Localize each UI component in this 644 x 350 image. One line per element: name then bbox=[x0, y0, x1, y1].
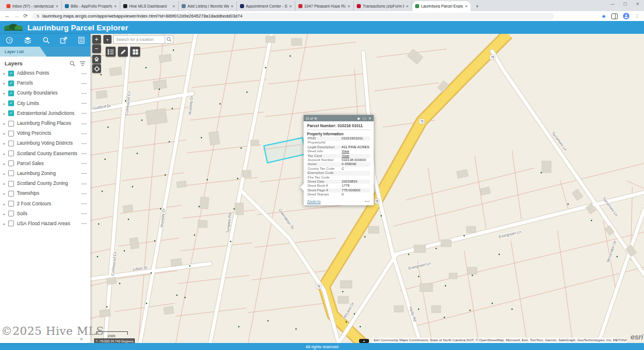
zoom-in-button[interactable]: + bbox=[92, 35, 101, 44]
search-input[interactable] bbox=[113, 35, 165, 44]
layer-row[interactable]: ▸Scotland County Zoning••• bbox=[0, 178, 90, 188]
layer-expand-icon[interactable]: ▸ bbox=[4, 121, 8, 125]
layer-checkbox[interactable] bbox=[8, 160, 14, 166]
tab-close-icon[interactable]: ✕ bbox=[289, 4, 292, 8]
layer-row[interactable]: ▸Voting Precincts••• bbox=[0, 128, 90, 138]
layer-expand-icon[interactable]: ▸ bbox=[4, 71, 8, 75]
panel-collapse-icon[interactable]: « bbox=[80, 336, 83, 342]
layer-checkbox[interactable] bbox=[8, 131, 14, 136]
search-icon[interactable] bbox=[43, 37, 50, 44]
coordinate-widget[interactable]: ⌖ -79.500 34.743 Degrees bbox=[94, 338, 135, 343]
layer-row[interactable]: ▸✓County Boundaries••• bbox=[0, 88, 90, 98]
layer-checkbox[interactable]: ✓ bbox=[8, 100, 14, 106]
layer-checkbox[interactable] bbox=[8, 170, 14, 176]
layer-checkbox[interactable] bbox=[8, 181, 14, 187]
layer-menu-icon[interactable]: ••• bbox=[82, 202, 87, 205]
popup-header[interactable]: (1 of 4) ▶ ▢ ✕ bbox=[304, 115, 374, 121]
layer-expand-icon[interactable]: ▸ bbox=[4, 111, 8, 116]
layer-expand-icon[interactable]: ▸ bbox=[4, 131, 8, 135]
layer-row[interactable]: ▸Soils••• bbox=[0, 209, 90, 219]
layer-row[interactable]: ▸Laurinburg Zoning••• bbox=[0, 169, 90, 178]
bookmark-star-icon[interactable]: ★ bbox=[601, 13, 606, 19]
layer-checkbox[interactable] bbox=[8, 220, 14, 226]
layer-search-icon[interactable] bbox=[69, 61, 75, 66]
search-source-dropdown[interactable]: ▼ bbox=[103, 35, 112, 44]
layer-checkbox[interactable] bbox=[8, 201, 14, 206]
my-location-button[interactable] bbox=[92, 64, 101, 73]
browser-tab[interactable]: Hive MLS Dashboard✕ bbox=[120, 1, 179, 11]
layer-expand-icon[interactable]: ▸ bbox=[4, 152, 8, 156]
browser-tab[interactable]: Bills - AppFolio Property Manag…✕ bbox=[62, 1, 120, 11]
zoom-to-link[interactable]: Zoom to bbox=[307, 200, 365, 204]
layer-expand-icon[interactable]: ▸ bbox=[4, 222, 8, 226]
layer-expand-icon[interactable]: ▸ bbox=[4, 202, 8, 206]
layer-menu-icon[interactable]: ••• bbox=[82, 72, 87, 75]
layer-expand-icon[interactable]: ▸ bbox=[4, 141, 8, 145]
layer-row[interactable]: ▸USA Flood Hazard Areas••• bbox=[0, 219, 90, 229]
layer-menu-icon[interactable]: ••• bbox=[82, 92, 87, 95]
tab-layer-list[interactable]: Layer List bbox=[0, 47, 47, 57]
layer-menu-icon[interactable]: ••• bbox=[82, 222, 87, 225]
layer-menu-icon[interactable]: ••• bbox=[82, 102, 87, 105]
window-maximize-icon[interactable]: ▢ bbox=[624, 2, 628, 6]
window-close-icon[interactable]: ✕ bbox=[636, 2, 639, 6]
basemap-gallery-button[interactable] bbox=[130, 47, 140, 57]
draw-button[interactable] bbox=[118, 47, 128, 57]
layer-checkbox[interactable] bbox=[8, 141, 14, 146]
report-icon[interactable] bbox=[78, 37, 85, 44]
browser-tab[interactable]: 1047 Pleasant Hope Rd, Fairmo…✕ bbox=[295, 1, 354, 11]
browser-tab[interactable]: Appointment Center - Staff - S…✕ bbox=[237, 1, 295, 11]
tab-close-icon[interactable]: ✕ bbox=[114, 4, 117, 8]
layer-expand-icon[interactable]: ▸ bbox=[4, 191, 8, 195]
layer-row[interactable]: ▸Laurinburg Polling Places••• bbox=[0, 118, 90, 128]
popup-next-icon[interactable]: ▶ bbox=[358, 116, 361, 120]
reload-icon[interactable]: ⟳ bbox=[23, 13, 28, 19]
tab-close-icon[interactable]: ✕ bbox=[406, 4, 409, 8]
site-info-icon[interactable]: ⇅ bbox=[37, 14, 40, 18]
crosshair-icon[interactable]: ⌖ bbox=[96, 339, 98, 343]
layer-row[interactable]: ▸Laurinburg Voting Districts••• bbox=[0, 138, 90, 148]
layer-menu-icon[interactable]: ••• bbox=[82, 182, 87, 186]
layer-checkbox[interactable] bbox=[8, 211, 14, 216]
layer-row[interactable]: ▸✓Extraterritorial Jurisdictions••• bbox=[0, 108, 90, 118]
layer-menu-icon[interactable]: ••• bbox=[82, 212, 87, 215]
layer-menu-icon[interactable]: ••• bbox=[82, 192, 87, 195]
tab-close-icon[interactable]: ✕ bbox=[347, 4, 350, 8]
share-icon[interactable] bbox=[60, 37, 67, 44]
tab-close-icon[interactable]: ✕ bbox=[231, 4, 234, 8]
attribution-toggle-button[interactable]: ▲ bbox=[359, 339, 369, 343]
layer-row[interactable]: ▸✓Address Points••• bbox=[0, 68, 90, 78]
layer-menu-icon[interactable]: ••• bbox=[82, 122, 87, 125]
back-icon[interactable]: ← bbox=[5, 13, 10, 19]
tab-close-icon[interactable]: ✕ bbox=[172, 4, 175, 8]
browser-menu-icon[interactable]: ⋮ bbox=[635, 13, 639, 19]
layer-checkbox[interactable]: ✓ bbox=[8, 71, 14, 76]
browser-tab[interactable]: Add Listing | flexmls Web✕ bbox=[179, 1, 237, 11]
layer-menu-icon[interactable]: ••• bbox=[82, 82, 87, 85]
layer-menu-icon[interactable]: ••• bbox=[82, 111, 87, 115]
layer-checkbox[interactable] bbox=[8, 121, 14, 127]
zoom-out-button[interactable]: − bbox=[92, 44, 101, 53]
layer-menu-icon[interactable]: ••• bbox=[82, 132, 87, 135]
layer-menu-icon[interactable]: ••• bbox=[82, 162, 87, 165]
layer-expand-icon[interactable]: ▸ bbox=[4, 162, 8, 166]
browser-tab[interactable]: Laurinburg Parcel Explorer✕ bbox=[412, 1, 471, 11]
layer-checkbox[interactable]: ✓ bbox=[8, 90, 14, 96]
legend-button[interactable] bbox=[106, 47, 116, 57]
layer-row[interactable]: ▸Parcel Sales••• bbox=[0, 159, 90, 169]
browser-tab[interactable]: Transactions (zipForm Edition)✕ bbox=[354, 1, 412, 11]
url-box[interactable]: ⇅ laurinburg.maps.arcgis.com/apps/webapp… bbox=[32, 13, 554, 20]
popup-maximize-icon[interactable]: ▢ bbox=[363, 116, 366, 120]
popup-field-link[interactable]: View bbox=[342, 149, 370, 153]
search-submit-button[interactable] bbox=[165, 35, 173, 44]
layer-menu-icon[interactable]: ••• bbox=[82, 152, 87, 155]
tab-close-icon[interactable]: ✕ bbox=[55, 4, 58, 8]
window-minimize-icon[interactable]: — bbox=[611, 2, 615, 6]
home-button[interactable] bbox=[92, 55, 101, 64]
layer-expand-icon[interactable]: ▸ bbox=[4, 181, 8, 186]
layer-row[interactable]: ▸Scotland County Easements••• bbox=[0, 149, 90, 159]
popup-field-link[interactable]: View bbox=[342, 154, 370, 158]
layer-menu-icon[interactable]: ••• bbox=[82, 172, 87, 175]
layer-checkbox[interactable] bbox=[8, 150, 14, 156]
layers-icon[interactable] bbox=[24, 37, 32, 44]
